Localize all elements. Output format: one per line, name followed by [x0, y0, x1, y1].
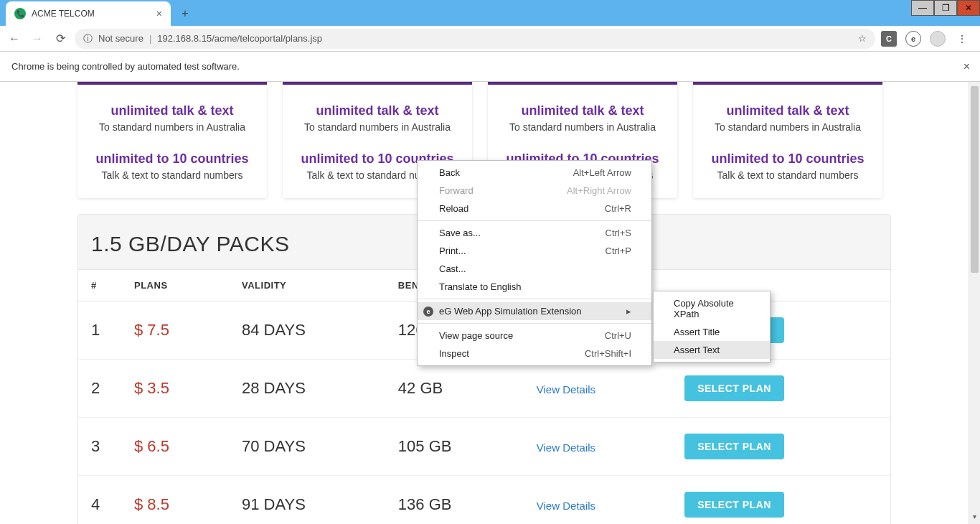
context-menu-item[interactable]: Print...Ctrl+P — [418, 242, 651, 260]
submenu-item[interactable]: Assert Title — [654, 323, 770, 341]
context-menu-item[interactable]: eeG Web App Simulation Extension▸ — [418, 302, 651, 320]
new-tab-button[interactable]: + — [175, 4, 195, 24]
cell-benefit: 42 GB — [385, 360, 524, 418]
cell-benefit: 136 GB — [385, 476, 524, 525]
context-menu-shortcut: Alt+Right Arrow — [567, 185, 631, 196]
card-heading: unlimited talk & text — [700, 103, 875, 118]
context-menu-shortcut: Ctrl+Shift+I — [585, 348, 631, 359]
cell-validity: 70 DAYS — [229, 418, 385, 476]
forward-button: → — [29, 30, 46, 47]
context-submenu: Copy Absolute XPathAssert TitleAssert Te… — [653, 291, 771, 362]
window-maximize-button[interactable]: ❐ — [934, 0, 957, 16]
info-icon: ⓘ — [83, 32, 93, 45]
scrollbar-thumb[interactable] — [971, 86, 979, 273]
card-subtext: To standard numbers in Australia — [290, 121, 465, 133]
cell-price: $ 8.5 — [121, 476, 229, 525]
cell-action: SELECT PLAN — [672, 360, 890, 418]
infobar-text: Chrome is being controlled by automated … — [11, 61, 240, 72]
cell-price: $ 3.5 — [121, 360, 229, 418]
context-menu-label: eG Web App Simulation Extension — [439, 306, 582, 317]
context-menu-label: Cast... — [439, 263, 466, 274]
reload-button[interactable]: ⟳ — [52, 30, 69, 47]
bookmark-star-icon[interactable]: ☆ — [858, 33, 867, 44]
submenu-item[interactable]: Copy Absolute XPath — [654, 294, 770, 323]
context-menu-separator — [418, 299, 651, 299]
context-menu-item[interactable]: Translate to English — [418, 278, 651, 296]
extension-icon-1[interactable]: C — [881, 31, 897, 47]
context-menu-shortcut: Ctrl+R — [605, 203, 631, 214]
vertical-scrollbar[interactable]: ▾ — [969, 82, 980, 524]
extension-icon-2[interactable]: e — [905, 31, 921, 47]
address-bar[interactable]: ⓘ Not secure | 192.168.8.15/acme/telcopo… — [75, 29, 875, 49]
profile-button[interactable] — [930, 31, 946, 47]
card-heading-2: unlimited to 10 countries — [85, 151, 260, 167]
context-menu: BackAlt+Left ArrowForwardAlt+Right Arrow… — [417, 160, 652, 366]
cell-details: View Details — [524, 418, 672, 476]
extension-icon: e — [423, 307, 433, 317]
context-menu-label: Reload — [439, 203, 468, 214]
cell-num: 3 — [78, 418, 121, 476]
view-details-link[interactable]: View Details — [537, 383, 595, 396]
card-heading: unlimited talk & text — [85, 103, 260, 118]
context-menu-item[interactable]: InspectCtrl+Shift+I — [418, 345, 651, 362]
col-validity: VALIDITY — [229, 270, 385, 301]
context-menu-item[interactable]: Cast... — [418, 260, 651, 278]
toolbar-right: C e ⋮ — [881, 31, 974, 47]
cell-num: 2 — [78, 360, 121, 418]
context-menu-item[interactable]: Save as...Ctrl+S — [418, 224, 651, 242]
context-menu-label: Back — [439, 167, 460, 178]
window-minimize-button[interactable]: — — [911, 0, 934, 16]
context-menu-label: Translate to English — [439, 281, 521, 292]
window-controls: — ❐ ✕ — [911, 0, 980, 16]
card-subtext-2: Talk & text to standard numbers — [700, 169, 875, 181]
col-plans: PLANS — [121, 270, 229, 301]
select-plan-button[interactable]: SELECT PLAN — [684, 492, 784, 518]
context-menu-item[interactable]: View page sourceCtrl+U — [418, 327, 651, 345]
url-text: 192.168.8.15/acme/telcoportal/plans.jsp — [157, 33, 322, 44]
cell-action: SELECT PLAN — [672, 476, 890, 525]
context-menu-shortcut: Ctrl+S — [606, 228, 631, 238]
context-menu-item[interactable]: ReloadCtrl+R — [418, 200, 651, 217]
cell-details: View Details — [524, 360, 672, 418]
tab-favicon — [14, 8, 26, 19]
context-menu-label: View page source — [439, 330, 513, 341]
plan-card: unlimited talk & text To standard number… — [693, 82, 882, 198]
infobar-close-icon[interactable]: × — [963, 60, 970, 73]
separator: | — [149, 33, 151, 44]
browser-titlebar: ACME TELCOM × + — ❐ ✕ — [0, 0, 980, 26]
cell-num: 1 — [78, 301, 121, 360]
context-menu-shortcut: Alt+Left Arrow — [573, 167, 631, 178]
context-menu-shortcut: Ctrl+P — [606, 245, 631, 256]
back-button[interactable]: ← — [6, 30, 23, 47]
tab-close-icon[interactable]: × — [156, 8, 162, 19]
cell-validity: 28 DAYS — [229, 360, 385, 418]
context-menu-item[interactable]: BackAlt+Left Arrow — [418, 164, 651, 182]
card-subtext: To standard numbers in Australia — [495, 121, 670, 133]
browser-toolbar: ← → ⟳ ⓘ Not secure | 192.168.8.15/acme/t… — [0, 26, 980, 52]
context-menu-shortcut: Ctrl+U — [605, 330, 631, 341]
cell-num: 4 — [78, 476, 121, 525]
card-heading: unlimited talk & text — [290, 103, 465, 118]
select-plan-button[interactable]: SELECT PLAN — [684, 434, 784, 459]
select-plan-button[interactable]: SELECT PLAN — [684, 375, 784, 401]
scrollbar-down-arrow[interactable]: ▾ — [969, 513, 980, 524]
context-menu-separator — [418, 323, 651, 324]
submenu-item[interactable]: Assert Text — [654, 341, 770, 359]
context-menu-item: ForwardAlt+Right Arrow — [418, 182, 651, 200]
view-details-link[interactable]: View Details — [537, 441, 595, 454]
view-details-link[interactable]: View Details — [537, 500, 595, 512]
context-menu-label: Print... — [439, 245, 466, 256]
cell-action: SELECT PLAN — [672, 418, 890, 476]
tab-title: ACME TELCOM — [32, 9, 95, 19]
table-row: 3$ 6.570 DAYS105 GBView DetailsSELECT PL… — [78, 418, 890, 476]
col-num: # — [78, 270, 121, 301]
submenu-arrow-icon: ▸ — [626, 306, 631, 317]
context-menu-label: Inspect — [439, 348, 469, 359]
automation-infobar: Chrome is being controlled by automated … — [0, 52, 980, 82]
card-subtext: To standard numbers in Australia — [700, 121, 875, 133]
window-close-button[interactable]: ✕ — [957, 0, 980, 16]
cell-price: $ 7.5 — [121, 301, 229, 360]
menu-button[interactable]: ⋮ — [954, 31, 970, 47]
card-subtext-2: Talk & text to standard numbers — [85, 169, 260, 181]
browser-tab[interactable]: ACME TELCOM × — [6, 1, 171, 26]
